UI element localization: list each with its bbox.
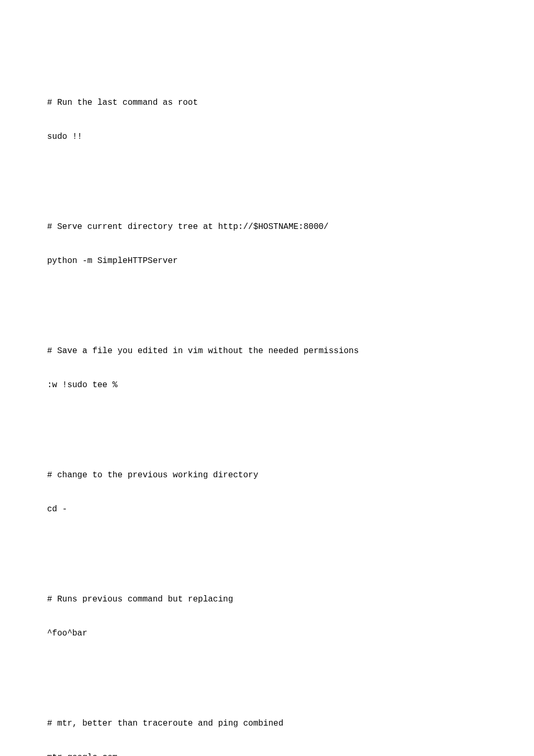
document-page: # Run the last command as root sudo !! #… bbox=[0, 0, 534, 756]
command-line: mtr google.com bbox=[47, 752, 487, 756]
command-line: cd - bbox=[47, 504, 487, 516]
command-line: ^foo^bar bbox=[47, 628, 487, 640]
comment-line: # Save a file you edited in vim without … bbox=[47, 346, 487, 357]
comment-line: # Runs previous command but replacing bbox=[47, 594, 487, 606]
comment-line: # change to the previous working directo… bbox=[47, 470, 487, 481]
comment-line: # Run the last command as root bbox=[47, 97, 487, 109]
code-block: # Run the last command as root sudo !! bbox=[47, 75, 487, 166]
command-line: :w !sudo tee % bbox=[47, 380, 487, 391]
command-line: sudo !! bbox=[47, 132, 487, 143]
code-block: # Runs previous command but replacing ^f… bbox=[47, 572, 487, 662]
code-block: # mtr, better than traceroute and ping c… bbox=[47, 696, 487, 756]
code-block: # Save a file you edited in vim without … bbox=[47, 323, 487, 414]
comment-line: # mtr, better than traceroute and ping c… bbox=[47, 718, 487, 730]
code-block: # change to the previous working directo… bbox=[47, 447, 487, 538]
command-line: python -m SimpleHTTPServer bbox=[47, 256, 487, 267]
comment-line: # Serve current directory tree at http:/… bbox=[47, 222, 487, 233]
code-block: # Serve current directory tree at http:/… bbox=[47, 199, 487, 290]
